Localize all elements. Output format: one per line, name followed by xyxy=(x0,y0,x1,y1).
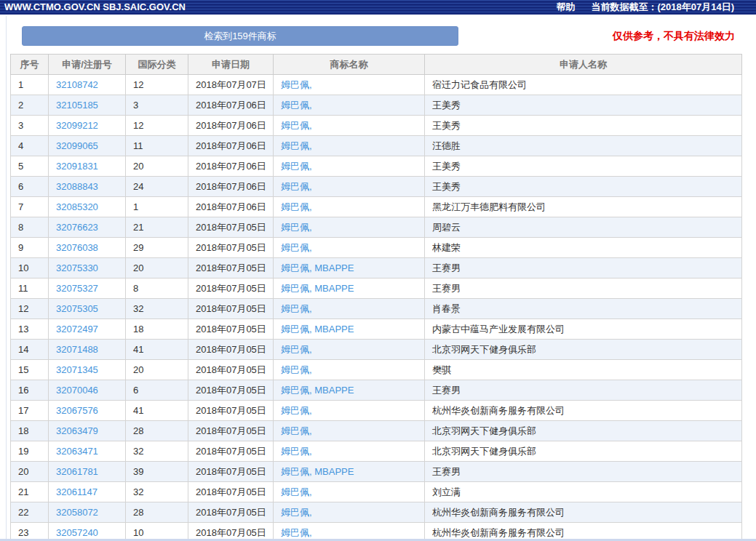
registration-number-link[interactable]: 32063471 xyxy=(56,446,98,457)
trademark-name-link[interactable]: 姆巴佩, MBAPPE xyxy=(281,263,354,273)
trademark-name-link[interactable]: 姆巴佩, xyxy=(281,527,312,538)
registration-number-link[interactable]: 32067576 xyxy=(56,405,98,416)
trademark-name-link[interactable]: 姆巴佩, xyxy=(281,507,312,518)
cell-class: 32 xyxy=(126,441,188,462)
cell-mark: 姆巴佩, MBAPPE xyxy=(274,278,425,299)
trademark-name-link[interactable]: 姆巴佩, xyxy=(281,242,312,253)
cell-date: 2018年07月05日 xyxy=(188,299,274,319)
registration-number-link[interactable]: 32070046 xyxy=(56,385,98,396)
cell-mark: 姆巴佩, xyxy=(274,482,425,502)
cell-reg-no: 32099065 xyxy=(49,136,126,156)
cell-date: 2018年07月05日 xyxy=(188,421,274,441)
registration-number-link[interactable]: 32085320 xyxy=(56,201,98,212)
trademark-name-link[interactable]: 姆巴佩, xyxy=(281,344,312,355)
trademark-name-link[interactable]: 姆巴佩, MBAPPE xyxy=(281,385,354,396)
cell-class: 12 xyxy=(126,116,188,136)
cell-applicant: 樊骐 xyxy=(425,360,742,380)
trademark-name-link[interactable]: 姆巴佩, xyxy=(281,79,312,90)
cell-class: 12 xyxy=(126,75,188,95)
trademark-name-link[interactable]: 姆巴佩, xyxy=(281,446,312,457)
table-row: 163207004662018年07月05日姆巴佩, MBAPPE王赛男 xyxy=(11,380,742,401)
cell-seq: 9 xyxy=(11,238,49,258)
trademark-name-link[interactable]: 姆巴佩, xyxy=(281,486,312,497)
trademark-name-link[interactable]: 姆巴佩, xyxy=(281,405,312,416)
table-row: 1332072497182018年07月05日姆巴佩, MBAPPE内蒙古中蕴马… xyxy=(11,319,742,340)
cell-class: 1 xyxy=(126,197,188,217)
cell-reg-no: 32061781 xyxy=(49,462,126,482)
trademark-name-link[interactable]: 姆巴佩, xyxy=(281,181,312,192)
table-row: 1032075330202018年07月05日姆巴佩, MBAPPE王赛男 xyxy=(11,258,742,278)
trademark-name-link[interactable]: 姆巴佩, MBAPPE xyxy=(281,324,354,334)
table-row: 932076038292018年07月05日姆巴佩,林建荣 xyxy=(11,238,742,258)
registration-number-link[interactable]: 32072497 xyxy=(56,324,98,334)
table-row: 73208532012018年07月06日姆巴佩,黑龙江万丰德肥料有限公司 xyxy=(11,197,742,217)
trademark-name-link[interactable]: 姆巴佩, xyxy=(281,303,312,314)
trademark-name-link[interactable]: 姆巴佩, xyxy=(281,201,312,212)
cell-reg-no: 32088843 xyxy=(49,177,126,197)
cell-date: 2018年07月05日 xyxy=(188,401,274,421)
cell-applicant: 周碧云 xyxy=(425,217,742,238)
registration-number-link[interactable]: 32061147 xyxy=(56,486,98,497)
toolbar: 检索到159件商标 仅供参考，不具有法律效力 xyxy=(0,26,756,46)
cell-seq: 11 xyxy=(11,278,49,299)
registration-number-link[interactable]: 32071345 xyxy=(56,364,98,375)
cell-mark: 姆巴佩, xyxy=(274,116,425,136)
trademark-name-link[interactable]: 姆巴佩, xyxy=(281,425,312,436)
cell-reg-no: 32067576 xyxy=(49,401,126,421)
registration-number-link[interactable]: 32057240 xyxy=(56,527,98,538)
cell-applicant: 黑龙江万丰德肥料有限公司 xyxy=(425,197,742,217)
registration-number-link[interactable]: 32063479 xyxy=(56,425,98,436)
trademark-name-link[interactable]: 姆巴佩, xyxy=(281,120,312,131)
cell-reg-no: 32099212 xyxy=(49,116,126,136)
registration-number-link[interactable]: 32076623 xyxy=(56,222,98,233)
cell-applicant: 王赛男 xyxy=(425,258,742,278)
registration-number-link[interactable]: 32071488 xyxy=(56,344,98,355)
cell-date: 2018年07月06日 xyxy=(188,136,274,156)
cell-seq: 16 xyxy=(11,380,49,401)
registration-number-link[interactable]: 32076038 xyxy=(56,242,98,253)
cell-date: 2018年07月06日 xyxy=(188,116,274,136)
registration-number-link[interactable]: 32099065 xyxy=(56,140,98,151)
registration-number-link[interactable]: 32061781 xyxy=(56,466,98,477)
registration-number-link[interactable]: 32088843 xyxy=(56,181,98,192)
cell-applicant: 王美秀 xyxy=(425,156,742,177)
registration-number-link[interactable]: 32099212 xyxy=(56,120,98,131)
help-link[interactable]: 帮助 xyxy=(557,0,576,15)
trademark-name-link[interactable]: 姆巴佩, MBAPPE xyxy=(281,466,354,477)
cell-date: 2018年07月05日 xyxy=(188,278,274,299)
col-header-class: 国际分类 xyxy=(126,55,188,75)
cell-class: 20 xyxy=(126,156,188,177)
cell-date: 2018年07月06日 xyxy=(188,177,274,197)
cell-applicant: 内蒙古中蕴马产业发展有限公司 xyxy=(425,319,742,340)
cell-mark: 姆巴佩, xyxy=(274,299,425,319)
trademark-name-link[interactable]: 姆巴佩, xyxy=(281,364,312,375)
cell-reg-no: 32075305 xyxy=(49,299,126,319)
trademark-name-link[interactable]: 姆巴佩, xyxy=(281,140,312,151)
table-row: 1832063479282018年07月05日姆巴佩,北京羽网天下健身俱乐部 xyxy=(11,421,742,441)
cell-applicant: 王美秀 xyxy=(425,95,742,116)
table-row: 1732067576412018年07月05日姆巴佩,杭州华炎创新商务服务有限公… xyxy=(11,401,742,421)
cell-applicant: 宿迁力记食品有限公司 xyxy=(425,75,742,95)
cell-class: 32 xyxy=(126,299,188,319)
cell-mark: 姆巴佩, MBAPPE xyxy=(274,380,425,401)
trademark-name-link[interactable]: 姆巴佩, xyxy=(281,100,312,111)
table-row: 532091831202018年07月06日姆巴佩,王美秀 xyxy=(11,156,742,177)
trademark-name-link[interactable]: 姆巴佩, MBAPPE xyxy=(281,283,354,294)
site-title: WWW.CTMO.GOV.CN SBJ.SAIC.GOV.CN xyxy=(4,0,186,15)
registration-number-link[interactable]: 32058072 xyxy=(56,507,98,518)
registration-number-link[interactable]: 32075327 xyxy=(56,283,98,294)
registration-number-link[interactable]: 32105185 xyxy=(56,100,98,111)
cell-mark: 姆巴佩, xyxy=(274,340,425,360)
registration-number-link[interactable]: 32075330 xyxy=(56,263,98,273)
cell-class: 21 xyxy=(126,217,188,238)
cell-seq: 10 xyxy=(11,258,49,278)
cell-date: 2018年07月05日 xyxy=(188,482,274,502)
trademark-name-link[interactable]: 姆巴佩, xyxy=(281,222,312,233)
registration-number-link[interactable]: 32091831 xyxy=(56,161,98,172)
results-count-button[interactable]: 检索到159件商标 xyxy=(22,26,458,46)
registration-number-link[interactable]: 32108742 xyxy=(56,79,98,90)
trademark-name-link[interactable]: 姆巴佩, xyxy=(281,161,312,172)
registration-number-link[interactable]: 32075305 xyxy=(56,303,98,314)
cell-applicant: 肖春景 xyxy=(425,299,742,319)
table-body: 132108742122018年07月07日姆巴佩,宿迁力记食品有限公司2321… xyxy=(11,75,742,541)
